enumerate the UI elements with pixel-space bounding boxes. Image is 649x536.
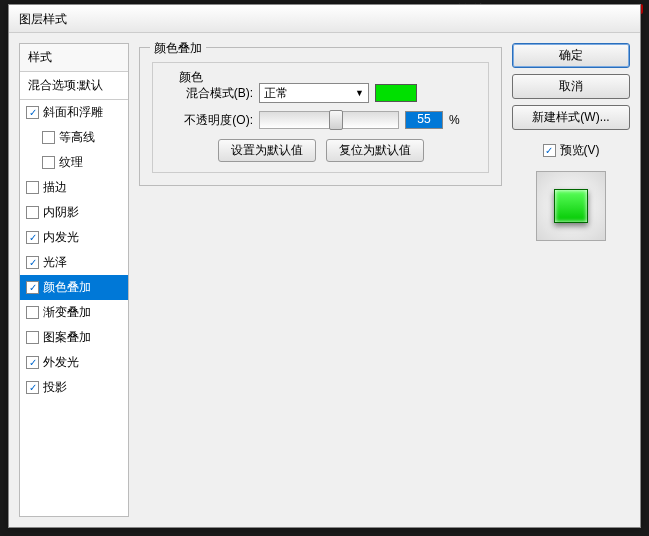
style-label: 描边 [43,179,67,196]
style-checkbox[interactable] [26,306,39,319]
style-label: 投影 [43,379,67,396]
panel-title: 颜色叠加 [150,40,206,57]
style-checkbox[interactable] [26,281,39,294]
style-checkbox[interactable] [26,231,39,244]
set-default-button[interactable]: 设置为默认值 [218,139,316,162]
style-item-内阴影[interactable]: 内阴影 [20,200,128,225]
style-checkbox[interactable] [26,381,39,394]
style-label: 纹理 [59,154,83,171]
dialog-titlebar: 图层样式 [9,5,640,33]
style-item-颜色叠加[interactable]: 颜色叠加 [20,275,128,300]
styles-header[interactable]: 样式 [20,44,128,72]
style-item-投影[interactable]: 投影 [20,375,128,400]
style-label: 内发光 [43,229,79,246]
style-label: 内阴影 [43,204,79,221]
style-label: 图案叠加 [43,329,91,346]
style-item-纹理[interactable]: 纹理 [20,150,128,175]
style-item-光泽[interactable]: 光泽 [20,250,128,275]
color-group-label: 颜色 [175,69,207,86]
blending-options[interactable]: 混合选项:默认 [20,72,128,100]
style-checkbox[interactable] [42,156,55,169]
style-item-斜面和浮雕[interactable]: 斜面和浮雕 [20,100,128,125]
style-checkbox[interactable] [26,356,39,369]
style-item-描边[interactable]: 描边 [20,175,128,200]
style-item-外发光[interactable]: 外发光 [20,350,128,375]
color-swatch[interactable] [375,84,417,102]
preview-box [536,171,606,241]
main-panel: 颜色叠加 颜色 混合模式(B): 正常 ▼ 不透明度(O): [139,43,502,517]
style-item-内发光[interactable]: 内发光 [20,225,128,250]
style-label: 外发光 [43,354,79,371]
opacity-slider[interactable] [259,111,399,129]
style-checkbox[interactable] [26,256,39,269]
blend-mode-select[interactable]: 正常 ▼ [259,83,369,103]
opacity-label: 不透明度(O): [165,112,253,129]
layer-style-dialog: 图层样式 样式 混合选项:默认 斜面和浮雕等高线纹理描边内阴影内发光光泽颜色叠加… [8,4,641,528]
style-label: 光泽 [43,254,67,271]
blend-mode-label: 混合模式(B): [165,85,253,102]
right-panel: 确定 取消 新建样式(W)... 预览(V) [512,43,630,517]
style-item-图案叠加[interactable]: 图案叠加 [20,325,128,350]
dialog-title: 图层样式 [19,12,67,26]
ok-button[interactable]: 确定 [512,43,630,68]
style-checkbox[interactable] [42,131,55,144]
chevron-down-icon: ▼ [355,88,364,98]
style-checkbox[interactable] [26,106,39,119]
opacity-input[interactable]: 55 [405,111,443,129]
style-item-等高线[interactable]: 等高线 [20,125,128,150]
cancel-button[interactable]: 取消 [512,74,630,99]
styles-list: 样式 混合选项:默认 斜面和浮雕等高线纹理描边内阴影内发光光泽颜色叠加渐变叠加图… [19,43,129,517]
style-label: 渐变叠加 [43,304,91,321]
style-label: 颜色叠加 [43,279,91,296]
style-checkbox[interactable] [26,206,39,219]
opacity-unit: % [449,113,460,127]
style-checkbox[interactable] [26,331,39,344]
new-style-button[interactable]: 新建样式(W)... [512,105,630,130]
style-label: 斜面和浮雕 [43,104,103,121]
style-checkbox[interactable] [26,181,39,194]
preview-swatch [554,189,588,223]
reset-default-button[interactable]: 复位为默认值 [326,139,424,162]
preview-label: 预览(V) [560,142,600,159]
preview-checkbox[interactable] [543,144,556,157]
style-label: 等高线 [59,129,95,146]
slider-thumb[interactable] [329,110,343,130]
style-item-渐变叠加[interactable]: 渐变叠加 [20,300,128,325]
